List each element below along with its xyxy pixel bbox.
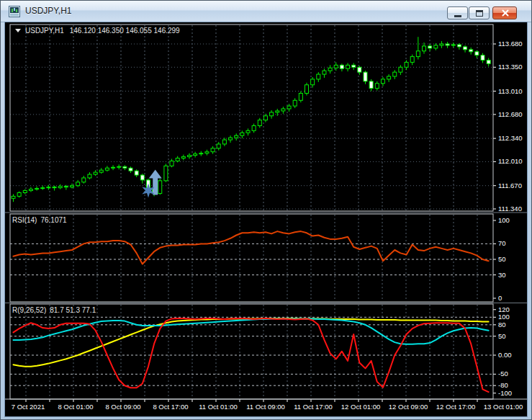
chart-surface[interactable]: 113.680113.350113.010112.680112.340112.0… — [5, 22, 527, 416]
rsi-header: RSI(14)76.1071 — [12, 216, 67, 224]
svg-text:112.010: 112.010 — [498, 157, 523, 165]
maximize-icon — [476, 10, 483, 17]
svg-text:70: 70 — [498, 239, 506, 247]
chart-window-icon — [9, 6, 20, 17]
ohlc-header: USDJPY,H1146.120 146.350 146.055 146.299 — [15, 27, 180, 35]
svg-text:7 Oct 2021: 7 Oct 2021 — [12, 403, 45, 411]
svg-text:111.340: 111.340 — [498, 205, 522, 213]
svg-text:112.680: 112.680 — [498, 110, 523, 118]
svg-text:11 Oct 09:00: 11 Oct 09:00 — [246, 403, 285, 411]
svg-text:50: 50 — [498, 332, 506, 340]
svg-text:12 Oct 01:00: 12 Oct 01:00 — [341, 403, 380, 411]
svg-text:8 Oct 01:00: 8 Oct 01:00 — [58, 403, 93, 411]
svg-text:11 Oct 17:00: 11 Oct 17:00 — [294, 403, 333, 411]
rci-label: R(9,26,52) — [12, 306, 46, 314]
minimize-icon — [454, 15, 461, 17]
chart-canvas[interactable]: 113.680113.350113.010112.680112.340112.0… — [5, 22, 527, 416]
svg-text:11 Oct 01:00: 11 Oct 01:00 — [199, 403, 238, 411]
time-axis: 7 Oct 20218 Oct 01:008 Oct 09:008 Oct 17… — [12, 403, 523, 411]
svg-text:120: 120 — [498, 305, 510, 313]
rci-values: 81.7 51.3 77.1 — [50, 306, 96, 314]
svg-text:111.670: 111.670 — [498, 182, 522, 189]
symbol-dropdown-icon[interactable] — [15, 29, 21, 32]
svg-text:-80: -80 — [498, 381, 508, 389]
mt4-chart-window: USDJPY,H1 113.680113.350113.010112.68011… — [0, 0, 532, 420]
svg-text:-50: -50 — [498, 370, 508, 377]
svg-text:80: 80 — [498, 321, 506, 329]
svg-text:100: 100 — [498, 216, 510, 224]
minimize-button[interactable] — [447, 6, 468, 19]
svg-text:12 Oct 17:00: 12 Oct 17:00 — [436, 403, 475, 411]
svg-text:12 Oct 09:00: 12 Oct 09:00 — [389, 403, 428, 411]
title-bar[interactable]: USDJPY,H1 — [1, 1, 532, 22]
symbol-label: USDJPY,H1 — [25, 27, 64, 35]
rsi-value: 76.1071 — [40, 216, 66, 224]
svg-text:8 Oct 17:00: 8 Oct 17:00 — [153, 403, 188, 411]
svg-text:8 Oct 09:00: 8 Oct 09:00 — [105, 403, 140, 411]
ohlc-values: 146.120 146.350 146.055 146.299 — [70, 27, 180, 35]
close-button[interactable] — [492, 6, 517, 19]
window-title: USDJPY,H1 — [25, 6, 71, 16]
svg-text:113.350: 113.350 — [498, 63, 523, 71]
svg-text:0.00: 0.00 — [498, 351, 512, 359]
svg-text:113.680: 113.680 — [498, 40, 523, 48]
svg-text:100: 100 — [498, 313, 510, 321]
svg-text:113.010: 113.010 — [498, 87, 523, 95]
svg-text:0: 0 — [498, 294, 502, 302]
maximize-button[interactable] — [469, 6, 490, 19]
rci-header: R(9,26,52)81.7 51.3 77.1 — [12, 306, 96, 314]
rsi-label: RSI(14) — [12, 216, 37, 224]
svg-text:30: 30 — [498, 271, 506, 279]
svg-text:-100: -100 — [498, 389, 512, 397]
svg-text:50: 50 — [498, 255, 506, 263]
svg-text:112.340: 112.340 — [498, 134, 523, 142]
svg-text:13 Oct 01:00: 13 Oct 01:00 — [484, 403, 523, 411]
